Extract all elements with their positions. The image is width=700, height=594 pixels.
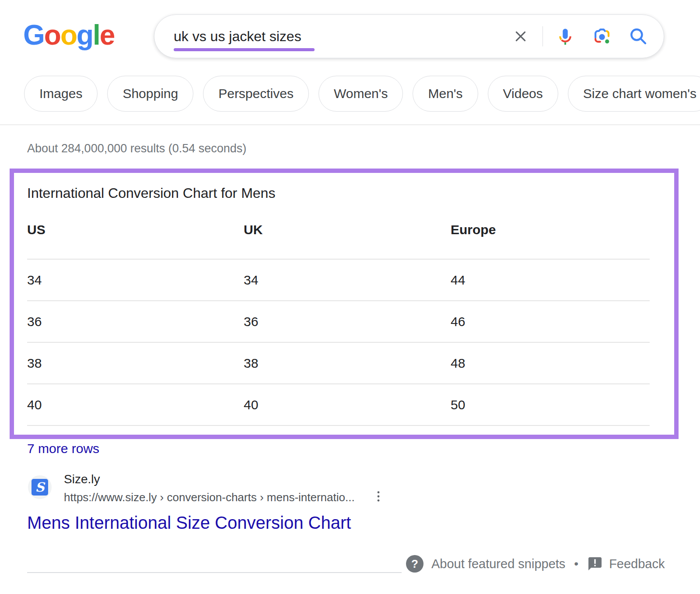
table-cell: 40: [27, 397, 244, 412]
result-title-link[interactable]: Mens International Size Conversion Chart: [27, 513, 351, 533]
result-site-name[interactable]: Size.ly: [64, 472, 100, 486]
footer-bullet: •: [574, 557, 578, 571]
table-cell: 50: [451, 397, 650, 412]
table-cell: 46: [451, 314, 650, 329]
table-cell: 44: [451, 273, 650, 288]
about-featured-snippets-link[interactable]: About featured snippets: [431, 557, 565, 571]
table-cell: 34: [27, 273, 244, 288]
table-row: 34 34 44: [27, 260, 650, 301]
snippet-table-title: International Conversion Chart for Mens: [27, 185, 650, 201]
table-cell: 36: [27, 314, 244, 329]
logo-letter: o: [60, 19, 77, 51]
table-row: 38 38 48: [27, 343, 650, 384]
tab-videos[interactable]: Videos: [488, 76, 558, 112]
tab-shopping[interactable]: Shopping: [107, 76, 193, 112]
table-header-row: US UK Europe: [27, 201, 650, 260]
header-divider: [0, 124, 700, 125]
table-cell: 36: [244, 314, 451, 329]
search-query-text[interactable]: uk vs us jacket sizes: [174, 28, 301, 45]
tab-womens[interactable]: Women's: [318, 76, 403, 112]
search-filter-chips: Images Shopping Perspectives Women's Men…: [24, 76, 700, 112]
search-bar[interactable]: uk vs us jacket sizes: [154, 14, 664, 58]
featured-snippet-highlight-box: International Conversion Chart for Mens …: [10, 169, 679, 439]
help-question-icon[interactable]: ?: [406, 555, 424, 573]
search-submit-icon[interactable]: [629, 27, 648, 46]
logo-letter: g: [77, 19, 93, 51]
table-row: 36 36 46: [27, 301, 650, 343]
footer-divider: [27, 572, 402, 573]
table-cell: 38: [244, 356, 451, 371]
feedback-link[interactable]: Feedback: [609, 557, 665, 571]
table-cell: 38: [27, 356, 244, 371]
tab-mens[interactable]: Men's: [413, 76, 478, 112]
result-options-icon[interactable]: [371, 489, 386, 504]
table-cell: 34: [244, 273, 451, 288]
tab-images[interactable]: Images: [24, 76, 98, 112]
table-header-uk: UK: [244, 222, 451, 237]
more-rows-link[interactable]: 7 more rows: [27, 441, 99, 456]
searchbar-divider: [542, 26, 543, 46]
google-search-results-page: Google uk vs us jacket sizes: [0, 0, 700, 594]
sizely-favicon-letter: S: [32, 479, 48, 496]
google-logo[interactable]: Google: [23, 19, 114, 51]
clear-search-icon[interactable]: [512, 28, 529, 45]
logo-letter: o: [44, 19, 60, 51]
feedback-icon[interactable]: [587, 556, 603, 572]
voice-search-icon[interactable]: [555, 26, 575, 46]
table-header-us: US: [27, 222, 244, 237]
logo-letter: G: [23, 19, 44, 51]
google-lens-icon[interactable]: [592, 26, 612, 46]
query-purple-underline: [174, 48, 315, 51]
conversion-table: US UK Europe 34 34 44 36 36 46 38 38 48 …: [27, 201, 650, 426]
logo-letter: l: [93, 19, 100, 51]
results-stats: About 284,000,000 results (0.54 seconds): [27, 142, 246, 155]
table-cell: 40: [244, 397, 451, 412]
snippet-footer: ? About featured snippets • Feedback: [406, 552, 665, 575]
logo-letter: e: [100, 19, 115, 51]
table-header-europe: Europe: [451, 222, 650, 237]
result-breadcrumb-url[interactable]: https://www.size.ly › conversion-charts …: [64, 491, 355, 504]
site-favicon[interactable]: S: [28, 475, 52, 499]
search-input[interactable]: uk vs us jacket sizes: [174, 15, 512, 58]
table-row: 40 40 50: [27, 384, 650, 426]
tab-perspectives[interactable]: Perspectives: [203, 76, 309, 112]
table-cell: 48: [451, 356, 650, 371]
tab-size-chart-womens[interactable]: Size chart women's: [568, 76, 700, 112]
